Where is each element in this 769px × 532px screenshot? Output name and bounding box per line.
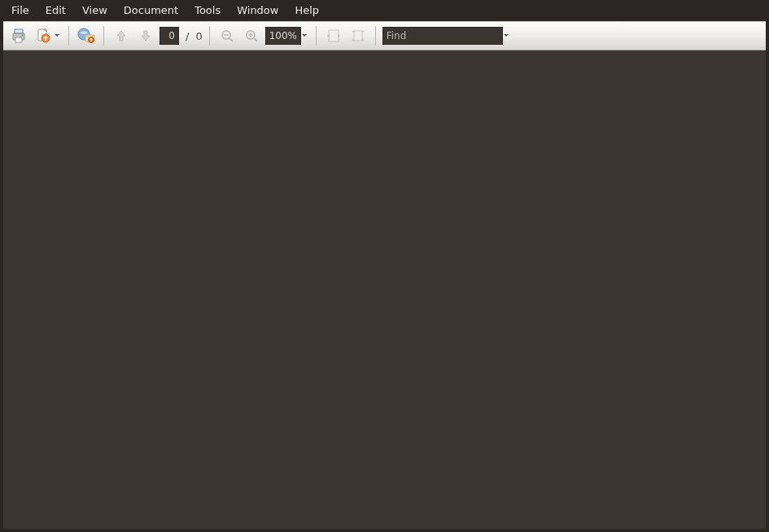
svg-line-11 xyxy=(229,38,233,41)
send-email-button[interactable] xyxy=(76,25,97,46)
page-number-input[interactable] xyxy=(159,27,179,45)
menu-document[interactable]: Document xyxy=(116,0,186,21)
zoom-value-input[interactable] xyxy=(265,27,301,45)
print-button[interactable] xyxy=(8,25,29,46)
find-dropdown[interactable] xyxy=(503,25,511,46)
svg-rect-0 xyxy=(15,29,23,33)
fit-width-icon xyxy=(326,28,342,43)
menu-tools[interactable]: Tools xyxy=(186,0,229,21)
menu-bar: File Edit View Document Tools Window Hel… xyxy=(0,0,769,21)
fit-page-icon xyxy=(350,28,366,43)
document-viewer[interactable] xyxy=(3,50,766,529)
separator xyxy=(375,26,376,46)
menu-help[interactable]: Help xyxy=(286,0,327,21)
zoom-in-button[interactable] xyxy=(241,25,262,46)
svg-point-3 xyxy=(22,35,24,37)
fit-width-button[interactable] xyxy=(323,25,344,46)
menu-file[interactable]: File xyxy=(3,0,37,21)
page-total: 0 xyxy=(195,30,202,42)
fit-page-button[interactable] xyxy=(347,25,369,46)
menu-edit[interactable]: Edit xyxy=(37,0,74,21)
arrow-down-icon xyxy=(138,28,153,43)
open-document-button[interactable] xyxy=(33,25,54,46)
separator xyxy=(103,26,104,46)
menu-window[interactable]: Window xyxy=(229,0,286,21)
separator xyxy=(316,26,317,46)
open-document-dropdown[interactable] xyxy=(54,25,62,46)
separator xyxy=(209,26,210,46)
svg-rect-17 xyxy=(354,31,362,41)
next-page-button[interactable] xyxy=(135,25,156,46)
print-icon xyxy=(11,28,27,44)
find-input[interactable] xyxy=(382,27,503,45)
send-email-icon xyxy=(77,28,95,44)
svg-rect-2 xyxy=(15,37,22,42)
zoom-out-button[interactable] xyxy=(216,25,238,46)
svg-rect-16 xyxy=(329,30,339,41)
svg-line-15 xyxy=(254,38,257,41)
menu-view[interactable]: View xyxy=(74,0,116,21)
arrow-up-icon xyxy=(114,28,129,43)
zoom-in-icon xyxy=(244,28,259,43)
zoom-dropdown[interactable] xyxy=(301,25,309,46)
separator xyxy=(68,26,69,46)
zoom-out-icon xyxy=(220,28,234,43)
toolbar: / 0 xyxy=(3,21,766,50)
previous-page-button[interactable] xyxy=(111,25,132,46)
page-separator: / xyxy=(182,30,192,42)
open-file-icon xyxy=(35,28,51,44)
